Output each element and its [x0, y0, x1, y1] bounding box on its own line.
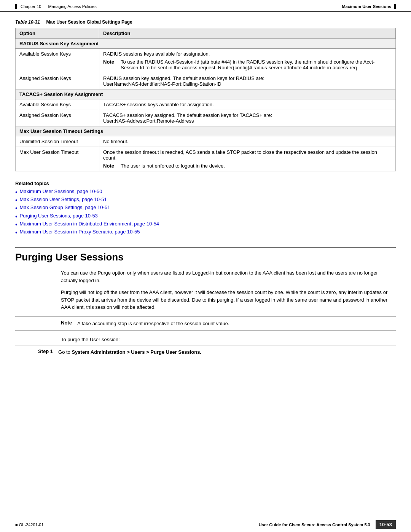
option-unlimited-timeout: Unlimited Session Timeout: [16, 136, 99, 147]
related-link-4[interactable]: Purging User Sessions, page 10-53: [20, 213, 98, 219]
step-1-section: Step 1 Go to System Administration > Use…: [15, 345, 396, 359]
header-left: Chapter 10 Managing Access Policies: [15, 4, 97, 9]
table-row: Available Session Keys TACACS+ sessions …: [16, 99, 396, 110]
desc-unlimited-timeout: No timeout.: [99, 136, 396, 147]
bullet-icon: •: [15, 189, 18, 196]
related-topics: Related topics • Maximum User Sessions, …: [15, 181, 396, 236]
header-bar-right: [394, 4, 396, 9]
desc-radius-assigned: RADIUS session key assigned. The default…: [99, 73, 396, 89]
footer-bar-icon: ■: [15, 522, 19, 527]
table-row: Assigned Session Keys RADIUS session key…: [16, 73, 396, 89]
section-radius: RADIUS Session Key Assignment: [16, 39, 396, 49]
note-label: Note: [103, 59, 117, 70]
header-title: Managing Access Policies: [48, 4, 97, 9]
header-bar-left: [15, 4, 17, 9]
desc-max-timeout: Once the session timeout is reached, ACS…: [99, 147, 396, 171]
table-caption-text: Max User Session Global Settings Page: [46, 19, 132, 25]
purging-section-heading: Purging User Sessions: [15, 247, 396, 263]
page-footer: ■ OL-24201-01 User Guide for Cisco Secur…: [0, 517, 411, 532]
purging-note-label: Note: [15, 320, 72, 326]
list-item: • Maximum User Session in Distributed En…: [15, 221, 396, 228]
note-radius-available: Note To use the RADIUS Acct-Session-Id (…: [103, 59, 392, 70]
footer-ol-number: OL-24201-01: [19, 522, 44, 527]
main-content: Table 10-31 Max User Session Global Sett…: [0, 12, 411, 382]
related-link-1[interactable]: Maximum User Sessions, page 10-50: [20, 189, 102, 194]
related-link-3[interactable]: Max Session Group Settings, page 10-51: [20, 204, 110, 210]
section-tacacs-label: TACACS+ Session Key Assignment: [16, 89, 396, 99]
header-right-label: Maximum User Sessions: [342, 4, 391, 9]
note-max-timeout: Note The user is not enforced to logout …: [103, 163, 392, 169]
related-link-2[interactable]: Max Session User Settings, page 10-51: [20, 197, 107, 202]
note-text: To use the RADIUS Acct-Session-Id (attri…: [121, 59, 392, 70]
desc-tacacs-assigned: TACACS+ session key assigned. The defaul…: [99, 110, 396, 126]
page-header: Chapter 10 Managing Access Policies Maxi…: [0, 0, 411, 12]
desc-radius-available: RADIUS sessions keys available for assig…: [99, 49, 396, 73]
related-topics-title: Related topics: [15, 181, 396, 186]
pre-step-text: To purge the User session:: [61, 336, 396, 343]
table-row: Assigned Session Keys TACACS+ session ke…: [16, 110, 396, 126]
option-radius-assigned: Assigned Session Keys: [16, 73, 99, 89]
table-row: Unlimited Session Timeout No timeout.: [16, 136, 396, 147]
option-radius-available: Available Session Keys: [16, 49, 99, 73]
desc-tacacs-available: TACACS+ sessions keys available for assi…: [99, 99, 396, 110]
section-tacacs: TACACS+ Session Key Assignment: [16, 89, 396, 99]
table-row: Max User Session Timeout Once the sessio…: [16, 147, 396, 171]
bullet-icon: •: [15, 197, 18, 204]
bullet-icon: •: [15, 204, 18, 212]
step-1-content: Go to System Administration > Users > Pu…: [58, 348, 396, 356]
section-radius-label: RADIUS Session Key Assignment: [16, 39, 396, 49]
option-max-timeout: Max User Session Timeout: [16, 147, 99, 171]
table-row: Available Session Keys RADIUS sessions k…: [16, 49, 396, 73]
related-topics-list: • Maximum User Sessions, page 10-50 • Ma…: [15, 189, 396, 236]
list-item: • Maximum User Sessions, page 10-50: [15, 189, 396, 196]
related-link-6[interactable]: Maximum User Session in Proxy Scenario, …: [20, 229, 140, 235]
table-caption-italic: Table 10-31: [15, 19, 40, 25]
bullet-icon: •: [15, 213, 18, 220]
page-number-box: 10-53: [376, 520, 396, 529]
settings-table: Option Description RADIUS Session Key As…: [15, 28, 396, 171]
footer-left: ■ OL-24201-01: [15, 522, 44, 527]
section-timeout-label: Max User Session Timeout Settings: [16, 126, 396, 136]
list-item: • Purging User Sessions, page 10-53: [15, 213, 396, 220]
list-item: • Maximum User Session in Proxy Scenario…: [15, 229, 396, 236]
purging-note-text: A fake accounting stop is sent irrespect…: [77, 320, 396, 328]
col-header-description: Description: [99, 28, 396, 39]
footer-right: User Guide for Cisco Secure Access Contr…: [259, 520, 396, 529]
purging-note-section: Note A fake accounting stop is sent irre…: [15, 316, 396, 331]
option-tacacs-assigned: Assigned Session Keys: [16, 110, 99, 126]
purging-para1: You can use the Purge option only when u…: [61, 269, 396, 284]
footer-guide-text: User Guide for Cisco Secure Access Contr…: [259, 522, 370, 527]
col-header-option: Option: [16, 28, 99, 39]
table-caption: Table 10-31 Max User Session Global Sett…: [15, 19, 396, 25]
header-chapter: Chapter 10: [21, 4, 41, 9]
related-link-5[interactable]: Maximum User Session in Distributed Envi…: [20, 221, 159, 227]
purging-para2: Purging will not log off the user from t…: [61, 289, 396, 311]
step-1-label: Step 1: [15, 348, 53, 354]
note-text: The user is not enforced to logout in th…: [121, 163, 225, 169]
header-right: Maximum User Sessions: [342, 4, 396, 9]
list-item: • Max Session Group Settings, page 10-51: [15, 204, 396, 212]
bullet-icon: •: [15, 221, 18, 228]
note-label: Note: [103, 163, 117, 169]
bullet-icon: •: [15, 229, 18, 236]
section-timeout: Max User Session Timeout Settings: [16, 126, 396, 136]
list-item: • Max Session User Settings, page 10-51: [15, 197, 396, 204]
option-tacacs-available: Available Session Keys: [16, 99, 99, 110]
